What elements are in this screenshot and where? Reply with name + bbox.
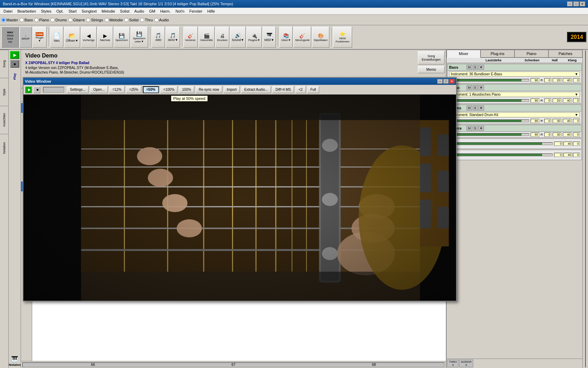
print-btn[interactable]: 🖨 Drucken [215,27,229,48]
menu-harm[interactable]: Harm. [158,8,173,14]
video-play-btn[interactable]: ▶ [25,86,32,93]
bass-solo[interactable]: S [473,65,478,70]
resync-btn[interactable]: Re-sync now [196,86,222,93]
diff-btn[interactable]: Diff=4 MS [272,86,294,93]
transport-bass[interactable]: Bass [20,18,33,22]
mixer-tab-plugins[interactable]: Plug-ins [481,50,514,57]
transport-solist[interactable]: Solist [124,18,139,22]
menu-datei[interactable]: Datei [1,8,15,14]
transport-piano[interactable]: Piano [34,18,49,22]
transport-strings[interactable]: Strings [86,18,103,22]
transport-gitarre[interactable]: Gitarre [68,18,85,22]
piano-solo[interactable]: S [473,85,478,90]
piano-freeze[interactable]: ❄ [478,85,484,90]
horizontal-scrollbar[interactable]: 66 67 68 [22,362,444,367]
open-video-btn[interactable]: Open... [90,86,108,93]
settings-btn[interactable]: Settings... [67,86,89,93]
transport-thru[interactable]: Thru [140,18,153,22]
right-edge[interactable] [582,50,588,368]
prev-btn[interactable]: ◀ Vorherige [81,27,97,48]
stop-button[interactable]: ■ [10,60,19,68]
stylemaker-btn[interactable]: 🎨 StyleMaker [312,27,329,48]
sidebar-ansichten[interactable]: Ansichten [0,106,8,134]
drums-freeze[interactable]: ❄ [478,105,484,110]
menu-gm[interactable]: GM [147,8,158,14]
speed-100-btn[interactable]: =100% [160,86,177,93]
video-minimize-btn[interactable]: ─ [437,79,443,84]
bass-mute[interactable]: M [467,65,472,70]
tuner-btn[interactable]: 🎸 Stimmgerät [293,27,311,48]
bass-freeze[interactable]: ❄ [478,65,484,70]
drums-instrument[interactable]: Instrument: Standard Drum-Kit ▼ [449,112,580,117]
gitarre-mute[interactable]: M [467,126,472,131]
piano-mute[interactable]: M [467,85,472,90]
audio-out-btn[interactable]: AUDIO50 [459,360,473,367]
close-button[interactable]: ✕ [580,1,585,6]
speed-12-btn[interactable]: =12% [109,86,125,93]
sidebar-style[interactable]: Style [0,78,8,106]
save-btn[interactable]: 💾 Speichern [114,27,130,48]
save-as-btn[interactable]: 💾 Speichern unter▼ [131,27,148,48]
gitarre-solo[interactable]: S [473,126,478,131]
speed-25-btn[interactable]: =25% [126,86,141,93]
menu-songtext[interactable]: Songtext [79,8,99,14]
wav-btn[interactable]: 🎵 .WAV▼ [166,27,180,48]
menu-melodie[interactable]: Melodie [99,8,117,14]
menu-opt[interactable]: Opt. [54,8,66,14]
maximize-button[interactable]: □ [573,1,579,6]
menu-hilfe[interactable]: Hilfe [205,8,217,14]
song-settings-btn[interactable]: SongEinstellungen [418,51,444,64]
extra2-vol-slider[interactable] [449,154,553,156]
transport-master[interactable]: Master [1,18,18,22]
extract-audio-btn[interactable]: Extract Audio... [241,86,271,93]
video-titlebar-controls[interactable]: ─ □ ✕ [437,79,455,84]
drums-solo[interactable]: S [473,105,478,110]
transport-drums[interactable]: Drums [50,18,66,22]
speed-50-btn[interactable]: =50% [143,86,159,93]
video-close-btn[interactable]: ✕ [449,79,455,84]
mid-btn[interactable]: 🎵 .MID [152,27,165,48]
gitarre-freeze[interactable]: ❄ [478,126,484,131]
extra1-vol-slider[interactable] [449,142,553,145]
full-btn[interactable]: Full [307,86,319,93]
video-restore-btn[interactable]: □ [443,79,449,84]
menu-styles[interactable]: Styles [39,8,54,14]
import-btn[interactable]: Import [224,86,240,93]
piano-instrument[interactable]: Instrument: 1 Akustisches Piano ▼ [449,92,580,97]
menu-start[interactable]: Start [66,8,79,14]
speed-full-btn[interactable]: 100% [179,86,194,93]
sound-btn[interactable]: 🔊 Sound▼ [230,27,246,48]
bass-instrument[interactable]: Instrument: 36 Bundloser E-Bass ▼ [449,71,580,77]
menu-solist[interactable]: Solist [118,8,132,14]
voreinst-btn[interactable]: 🎸 Voreinst. [183,27,198,48]
drums-vol-slider[interactable] [455,120,529,122]
video-stop-btn[interactable]: ■ [33,86,40,93]
midi-btn[interactable]: 🎹 MIDI▼ [262,27,276,48]
transport-melodie[interactable]: Melodie [105,18,123,22]
menu-audio[interactable]: Audio [132,8,146,14]
memo-btn[interactable]: Memo [418,66,444,73]
drop-btn[interactable]: ↓ DROP [20,27,32,48]
bass-vol-slider[interactable] [455,79,529,82]
daw-plugin-btn[interactable]: DAW Plugin ▼ [33,27,47,48]
sidebar-song[interactable]: Song [0,50,8,78]
menu-notn[interactable]: Not'n [174,8,187,14]
right-scrollbar[interactable] [585,50,586,367]
mixer-tab-piano[interactable]: Piano [514,50,548,57]
sidebar-notation[interactable]: Notation [0,134,8,162]
plugins-btn[interactable]: 🔌 Plugins▼ [246,27,262,48]
mixer-tab-mixer[interactable]: Mixer [447,50,481,58]
menu-fenster[interactable]: Fenster [187,8,204,14]
gitarre-vol-slider[interactable] [455,133,529,136]
next-btn[interactable]: ▶ Nächste [97,27,113,48]
back2-btn[interactable]: <2 [295,86,306,93]
wav-drop-area[interactable]: WAV WMA M4A HD [1,27,19,48]
video-progress[interactable] [43,87,64,93]
new-btn[interactable]: 📄 Neu [50,27,63,48]
piano-vol-slider[interactable] [455,99,529,102]
drums-mute[interactable]: M [467,105,472,110]
mixer-tab-patches[interactable]: Patches [548,50,582,57]
menu-bearbeiten[interactable]: Bearbeiten [15,8,38,14]
thru-btn[interactable]: THRU0 [447,360,458,367]
ueben-btn[interactable]: 📚 Üben▼ [279,27,293,48]
